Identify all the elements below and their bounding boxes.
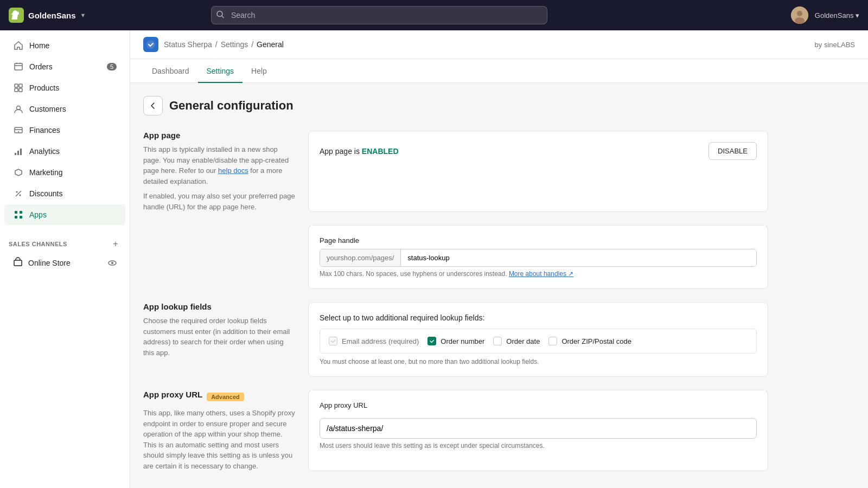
tab-settings[interactable]: Settings bbox=[198, 59, 243, 83]
sidebar-item-analytics-label: Analytics bbox=[29, 147, 60, 156]
help-docs-link[interactable]: help docs bbox=[218, 166, 248, 175]
search-container bbox=[211, 6, 547, 24]
checkbox-order-zip[interactable] bbox=[548, 337, 557, 345]
tab-help[interactable]: Help bbox=[242, 59, 276, 83]
lookup-item-order-number[interactable]: Order number bbox=[427, 337, 484, 345]
sidebar-item-products-label: Products bbox=[29, 84, 59, 92]
lookup-fields-section: App lookup fields Choose the required or… bbox=[143, 302, 768, 377]
lookup-fields-title: Select up to two additional required loo… bbox=[320, 313, 757, 322]
online-store-label: Online Store bbox=[28, 259, 71, 267]
sidebar-item-customers[interactable]: Customers bbox=[4, 99, 125, 119]
sidebar-item-apps[interactable]: Apps bbox=[4, 204, 125, 225]
by-label: by sineLABS bbox=[815, 41, 855, 49]
app-page-desc: This app is typically installed in a new… bbox=[143, 144, 295, 187]
svg-rect-16 bbox=[20, 149, 22, 155]
lookup-item-order-zip[interactable]: Order ZIP/Postal code bbox=[548, 337, 631, 345]
apps-icon bbox=[13, 209, 24, 220]
page-title: General configuration bbox=[169, 99, 293, 113]
svg-rect-14 bbox=[15, 153, 16, 155]
sidebar-item-finances[interactable]: Finances bbox=[4, 120, 125, 140]
sales-channels-label: SALES CHANNELS bbox=[9, 241, 67, 247]
app-header-left: Status Sherpa / Settings / General bbox=[143, 37, 284, 52]
sidebar-item-products[interactable]: Products bbox=[4, 78, 125, 98]
sidebar-item-marketing[interactable]: Marketing bbox=[4, 162, 125, 183]
marketing-icon bbox=[13, 167, 24, 178]
page-handle-hint: Max 100 chars. No spaces, use hyphens or… bbox=[320, 270, 757, 278]
svg-point-4 bbox=[797, 11, 802, 16]
breadcrumb: Status Sherpa / Settings / General bbox=[164, 40, 284, 49]
lookup-fields-left: App lookup fields Choose the required or… bbox=[143, 302, 295, 377]
orders-badge: 5 bbox=[107, 63, 117, 70]
lookup-fields-heading: App lookup fields bbox=[143, 302, 295, 311]
lookup-item-email: Email address (required) bbox=[329, 337, 419, 345]
svg-rect-24 bbox=[14, 260, 22, 266]
products-icon bbox=[13, 82, 24, 93]
proxy-left: App proxy URL Advanced This app, like ma… bbox=[143, 390, 295, 471]
proxy-url-label: App proxy URL bbox=[320, 401, 757, 409]
svg-rect-6 bbox=[15, 63, 22, 70]
page-content: General configuration App page This app … bbox=[130, 83, 781, 488]
store-icon bbox=[13, 257, 23, 268]
sidebar-item-discounts-label: Discounts bbox=[29, 189, 62, 198]
page-handle-input-row: yourshop.com/pages/ bbox=[320, 249, 757, 267]
orders-icon bbox=[13, 61, 24, 72]
sidebar-item-orders[interactable]: Orders 5 bbox=[4, 56, 125, 77]
lookup-item-order-date[interactable]: Order date bbox=[493, 337, 540, 345]
sales-channels-section: SALES CHANNELS + Online Store bbox=[0, 230, 130, 278]
add-sales-channel-button[interactable]: + bbox=[110, 239, 121, 249]
eye-icon[interactable] bbox=[108, 259, 117, 267]
page-handle-input[interactable] bbox=[401, 249, 756, 266]
top-bar: GoldenSans ▼ GoldenSans ▾ bbox=[0, 0, 868, 30]
lookup-fields-desc: Choose the required order lookup fields … bbox=[143, 316, 295, 358]
lookup-order-zip-label: Order ZIP/Postal code bbox=[561, 337, 631, 345]
svg-rect-15 bbox=[17, 151, 19, 155]
sidebar-item-finances-label: Finances bbox=[29, 126, 60, 134]
nav-section-main: Home Orders 5 Products bbox=[0, 30, 130, 230]
app-page-left: App page This app is typically installed… bbox=[143, 131, 295, 212]
app-header: Status Sherpa / Settings / General by si… bbox=[130, 30, 868, 59]
svg-rect-22 bbox=[20, 211, 22, 214]
online-store-left: Online Store bbox=[13, 257, 71, 268]
checkbox-order-date[interactable] bbox=[493, 337, 502, 345]
logo-chevron: ▼ bbox=[80, 12, 86, 18]
svg-point-13 bbox=[18, 131, 19, 132]
sidebar-item-discounts[interactable]: Discounts bbox=[4, 183, 125, 204]
svg-rect-8 bbox=[19, 84, 22, 87]
breadcrumb-general: General bbox=[257, 40, 284, 49]
svg-rect-21 bbox=[15, 216, 17, 219]
enabled-text: ENABLED bbox=[362, 147, 399, 156]
proxy-url-input[interactable] bbox=[320, 418, 757, 439]
svg-point-18 bbox=[20, 195, 21, 196]
sidebar-item-home[interactable]: Home bbox=[4, 35, 125, 56]
sidebar-item-analytics[interactable]: Analytics bbox=[4, 141, 125, 162]
proxy-desc: This app, like many others, uses a Shopi… bbox=[143, 408, 295, 471]
app-page-desc2: If enabled, you may also set your prefer… bbox=[143, 191, 295, 212]
logo[interactable]: GoldenSans ▼ bbox=[9, 8, 86, 23]
disable-button[interactable]: DISABLE bbox=[709, 142, 757, 160]
svg-point-27 bbox=[146, 40, 155, 49]
finances-icon bbox=[13, 125, 24, 136]
sidebar-item-online-store[interactable]: Online Store bbox=[4, 252, 125, 273]
search-input[interactable] bbox=[211, 6, 547, 24]
lookup-email-label: Email address (required) bbox=[342, 337, 419, 345]
app-page-status: App page is ENABLED bbox=[320, 147, 399, 156]
proxy-title-row: App proxy URL Advanced bbox=[143, 390, 295, 403]
more-about-handles-link[interactable]: More about handles ↗ bbox=[509, 270, 573, 278]
sales-channels-header: SALES CHANNELS + bbox=[0, 234, 130, 252]
app-page-right: App page is ENABLED DISABLE bbox=[308, 131, 768, 212]
page-handle-label: Page handle bbox=[320, 236, 757, 245]
top-bar-username: GoldenSans ▾ bbox=[815, 11, 859, 20]
proxy-right: App proxy URL Most users should leave th… bbox=[308, 390, 768, 471]
breadcrumb-sep2: / bbox=[251, 40, 253, 49]
page-handle-section: Page handle yourshop.com/pages/ Max 100 … bbox=[143, 225, 768, 289]
app-icon bbox=[143, 37, 158, 52]
tab-dashboard[interactable]: Dashboard bbox=[143, 59, 198, 83]
avatar bbox=[791, 7, 808, 24]
back-button[interactable] bbox=[143, 96, 163, 115]
checkbox-order-number[interactable] bbox=[427, 337, 436, 345]
breadcrumb-app-name: Status Sherpa bbox=[164, 40, 212, 49]
lookup-fields-box: Email address (required) Order number bbox=[320, 329, 757, 354]
sidebar-item-apps-label: Apps bbox=[29, 210, 47, 219]
sidebar: Home Orders 5 Products bbox=[0, 30, 130, 488]
lookup-order-date-label: Order date bbox=[506, 337, 540, 345]
